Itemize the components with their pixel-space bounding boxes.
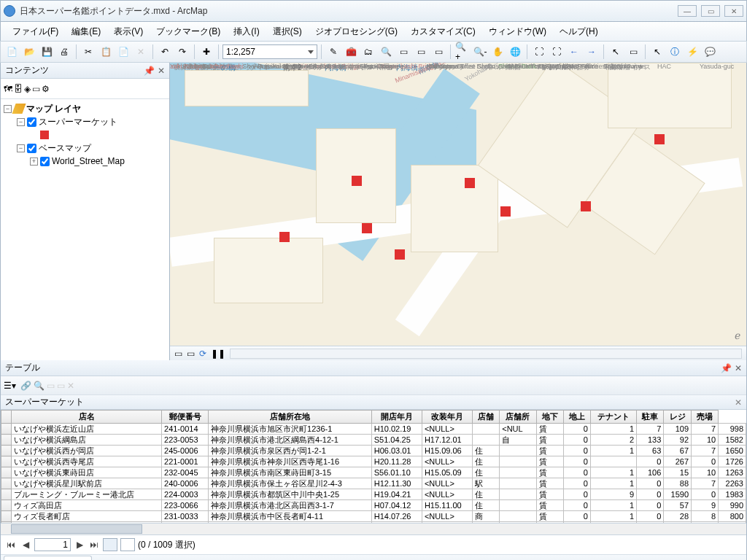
record-number-input[interactable] — [34, 538, 71, 551]
print-icon[interactable]: 🖨 — [56, 44, 72, 60]
save-icon[interactable]: 💾 — [39, 44, 55, 60]
menu-file[interactable]: ファイル(F) — [7, 23, 64, 40]
layer-checkbox[interactable] — [40, 157, 50, 166]
toc-layer-basemap[interactable]: − ベースマップ — [4, 141, 166, 155]
map-point[interactable] — [279, 232, 290, 242]
search-icon[interactable]: 🔍 — [378, 44, 394, 60]
editor-icon[interactable]: ✎ — [325, 44, 341, 60]
table-tab[interactable]: スーパーマーケット — [4, 556, 92, 560]
hyperlink-icon[interactable]: ⚡ — [684, 44, 700, 60]
toc-symbol[interactable] — [4, 128, 166, 141]
undo-icon[interactable]: ↶ — [157, 44, 173, 60]
map-point[interactable] — [395, 249, 405, 260]
expand-icon[interactable]: + — [30, 158, 38, 166]
table-options-icon[interactable]: ☰▾ — [4, 381, 16, 391]
map-point[interactable] — [500, 206, 511, 217]
full-extent-icon[interactable]: 🌐 — [507, 44, 523, 60]
select-by-attr-icon[interactable]: 🔍 — [34, 381, 44, 391]
table-row[interactable]: ウィズ長者町店231-0033神奈川県横浜市中区長者町4-11H14.07.26… — [1, 511, 746, 522]
map-point[interactable] — [581, 201, 591, 211]
toc-layer-worldstreet[interactable]: + World_Street_Map — [4, 155, 166, 168]
menu-customize[interactable]: カスタマイズ(C) — [405, 23, 481, 40]
list-by-source-icon[interactable]: 🗄 — [14, 84, 23, 94]
python-icon[interactable]: ▭ — [395, 44, 411, 60]
layer-checkbox[interactable] — [27, 117, 36, 127]
menu-insert[interactable]: 挿入(I) — [228, 23, 265, 40]
fixed-zoom-in-icon[interactable]: ⛶ — [531, 44, 547, 60]
pointer-icon[interactable]: ↖ — [649, 44, 665, 60]
map-view[interactable]: Kitasaiwai2 Supalsu サンクス Sunkus 横浜高島屋商品管… — [170, 63, 746, 360]
expand-icon[interactable]: − — [17, 144, 25, 152]
switch-selection-icon[interactable]: ▭ — [47, 381, 55, 391]
zoom-in-icon[interactable]: 🔍+ — [454, 44, 471, 60]
show-all-icon[interactable] — [103, 538, 117, 551]
model-icon[interactable]: ▭ — [413, 44, 429, 60]
menu-edit[interactable]: 編集(E) — [66, 23, 107, 40]
menu-view[interactable]: 表示(V) — [108, 23, 149, 40]
delete-sel-icon[interactable]: ✕ — [67, 381, 74, 391]
map-scrollbar[interactable] — [230, 349, 742, 359]
new-icon[interactable]: 📄 — [4, 44, 20, 60]
clear-selection-icon[interactable]: ▭ — [625, 44, 641, 60]
map-point[interactable] — [654, 134, 665, 144]
pause-icon[interactable]: ❚❚ — [211, 349, 225, 359]
layout-view-icon[interactable]: ▭ — [187, 349, 195, 359]
add-data-icon[interactable]: ✚ — [198, 44, 214, 60]
list-by-drawing-icon[interactable]: 🗺 — [4, 84, 12, 94]
back-icon[interactable]: ← — [566, 44, 582, 60]
table-row[interactable]: ウィズ高田店223-0066神奈川県横浜市港北区高田西3-1-7H07.04.1… — [1, 500, 746, 511]
table-row[interactable]: いなげや横浜西が岡店245-0006神奈川県横浜市泉区西が岡1-2-1H06.0… — [1, 446, 746, 456]
scale-combo[interactable]: 1:2,257 — [222, 44, 317, 59]
table-row[interactable]: いなげや横浜星川駅前店240-0006神奈川県横浜市保土ヶ谷区星川2-4-3H1… — [1, 478, 746, 489]
close-button[interactable]: ✕ — [724, 5, 743, 17]
attribute-table[interactable]: 店名郵便番号店舗所在地開店年月改装年月店舗店舗所地下地上テナント駐車レジ売場 い… — [1, 410, 746, 524]
list-by-selection-icon[interactable]: ▭ — [32, 84, 40, 94]
options-icon[interactable]: ⚙ — [42, 84, 50, 94]
redo-icon[interactable]: ↷ — [174, 44, 190, 60]
map-point[interactable] — [362, 223, 372, 233]
table-row[interactable]: いなげや横浜東蒔田店232-0045神奈川県横浜市南区東蒔田町3-15S56.0… — [1, 467, 746, 478]
layer-checkbox[interactable] — [27, 144, 36, 153]
next-record-icon[interactable]: ▶ — [74, 540, 85, 550]
list-by-visibility-icon[interactable]: ◈ — [24, 84, 31, 94]
table-row[interactable]: いなげや横浜西寺尾店221-0001神奈川県横浜市神奈川区西寺尾1-16H20.… — [1, 456, 746, 467]
fixed-zoom-out-icon[interactable]: ⛶ — [549, 44, 565, 60]
toc-close-icon[interactable]: ✕ — [158, 66, 165, 76]
open-icon[interactable]: 📂 — [21, 44, 37, 60]
toc-layer-supermarket[interactable]: − スーパーマーケット — [4, 115, 166, 128]
expand-icon[interactable]: − — [4, 105, 12, 113]
forward-icon[interactable]: → — [584, 44, 600, 60]
expand-icon[interactable]: − — [17, 118, 25, 126]
html-popup-icon[interactable]: 💬 — [702, 44, 718, 60]
map-point[interactable] — [352, 176, 362, 186]
pan-icon[interactable]: ✋ — [489, 44, 506, 60]
map-point[interactable] — [465, 178, 475, 188]
related-tables-icon[interactable]: 🔗 — [20, 381, 31, 391]
time-icon[interactable]: ▭ — [430, 44, 446, 60]
catalog-icon[interactable]: 🗂 — [360, 44, 376, 60]
identify-icon[interactable]: ⓘ — [667, 44, 683, 60]
show-selected-icon[interactable] — [120, 538, 135, 551]
delete-icon[interactable]: ✕ — [133, 44, 149, 60]
toc-root[interactable]: − マップ レイヤ — [4, 102, 166, 115]
copy-icon[interactable]: 📋 — [98, 44, 114, 60]
table-close-icon[interactable]: ✕ — [735, 363, 742, 373]
refresh-icon[interactable]: ⟳ — [199, 349, 206, 359]
menu-selection[interactable]: 選択(S) — [267, 23, 308, 40]
menu-help[interactable]: ヘルプ(H) — [554, 23, 604, 40]
menu-bookmarks[interactable]: ブックマーク(B) — [150, 23, 226, 40]
table-tab-close-icon[interactable]: ✕ — [735, 397, 742, 408]
data-view-icon[interactable]: ▭ — [174, 349, 182, 359]
zoom-out-icon[interactable]: 🔍- — [472, 44, 488, 60]
clear-sel-icon[interactable]: ▭ — [57, 381, 65, 391]
minimize-button[interactable]: — — [678, 5, 697, 17]
toolbox-icon[interactable]: 🧰 — [343, 44, 359, 60]
table-h-scrollbar[interactable] — [1, 524, 746, 535]
table-pin-icon[interactable]: 📌 — [721, 363, 732, 373]
menu-window[interactable]: ウィンドウ(W) — [483, 23, 552, 40]
table-row[interactable]: いなげや横浜綱島店223-0053神奈川県横浜市港北区綱島西4-12-1S51.… — [1, 435, 746, 446]
paste-icon[interactable]: 📄 — [115, 44, 131, 60]
prev-record-icon[interactable]: ◀ — [20, 540, 31, 550]
table-row[interactable]: ブルーミング・ブルーミー港北店224-0003神奈川県横浜市都筑区中川中央1-2… — [1, 489, 746, 500]
last-record-icon[interactable]: ⏭ — [88, 540, 100, 550]
